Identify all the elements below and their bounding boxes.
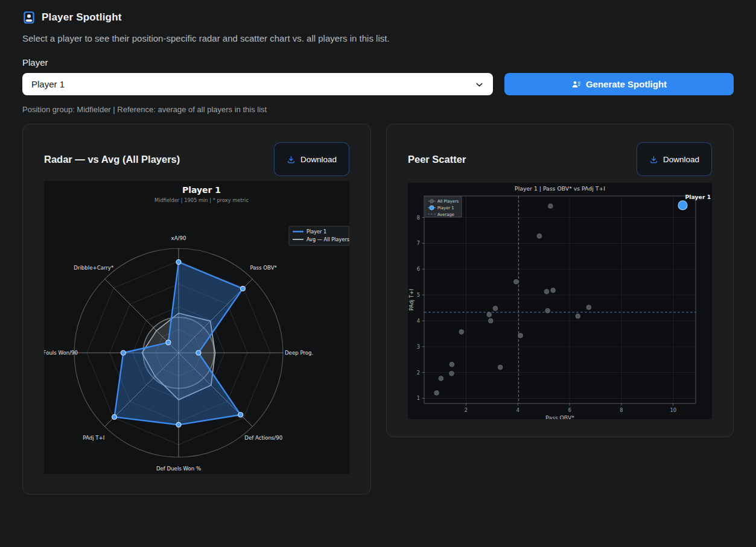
radar-card: Radar — vs Avg (All Players) Download xA… <box>22 124 371 495</box>
player-spotlight-page: Player Spotlight Select a player to see … <box>0 0 756 495</box>
svg-text:Deep Prog.: Deep Prog. <box>285 350 313 356</box>
scatter-chart: 24681012345678Player 1 | Pass OBV* vs PA… <box>408 183 712 419</box>
download-icon <box>649 155 658 164</box>
svg-text:4: 4 <box>516 407 519 413</box>
svg-text:Pass OBV*: Pass OBV* <box>250 265 278 271</box>
svg-text:Pass OBV*: Pass OBV* <box>545 414 574 419</box>
svg-text:xA/90: xA/90 <box>171 235 186 241</box>
download-icon <box>287 155 296 164</box>
svg-text:Midfielder | 1905 min | *: Midfielder | 1905 min | * proxy metric <box>154 197 249 203</box>
svg-text:10: 10 <box>670 407 676 413</box>
page-header: Player Spotlight <box>22 11 734 24</box>
svg-text:4: 4 <box>417 318 420 324</box>
radar-card-title: Radar — vs Avg (All Players) <box>44 154 180 165</box>
generate-spotlight-label: Generate Spotlight <box>586 79 667 89</box>
generate-spotlight-button[interactable]: Generate Spotlight <box>504 73 734 95</box>
svg-text:Player 1 | Pass OBV* vs PA: Player 1 | Pass OBV* vs PAdj T+I <box>515 185 605 192</box>
svg-text:6: 6 <box>417 266 420 272</box>
svg-text:All Players: All Players <box>437 199 459 204</box>
player-field-label: Player <box>22 57 734 68</box>
chevron-down-icon <box>475 80 484 89</box>
person-lines-icon <box>571 80 581 89</box>
radar-chart-svg: xA/90Pass OBV*Deep Prog.Def Actions/90De… <box>44 181 349 474</box>
scatter-chart-svg: 24681012345678Player 1 | Pass OBV* vs PA… <box>408 183 712 419</box>
page-description: Select a player to see their position-sp… <box>22 33 734 43</box>
scatter-card-title: Peer Scatter <box>408 154 466 165</box>
svg-text:8: 8 <box>417 215 420 221</box>
svg-text:PAdj T+I: PAdj T+I <box>408 289 415 311</box>
radar-card-header: Radar — vs Avg (All Players) Download <box>44 142 349 176</box>
position-note: Position group: Midfielder | Reference: … <box>22 105 734 114</box>
svg-text:2: 2 <box>465 407 468 413</box>
svg-text:PAdj T+I: PAdj T+I <box>83 435 104 441</box>
radar-download-label: Download <box>300 155 337 164</box>
svg-text:7: 7 <box>417 240 420 246</box>
radar-download-button[interactable]: Download <box>274 142 349 176</box>
player-select-value: Player 1 <box>31 79 65 89</box>
svg-text:6: 6 <box>568 407 571 413</box>
scatter-download-label: Download <box>663 155 699 164</box>
page-title: Player Spotlight <box>42 11 122 24</box>
svg-text:Def Duels Won %: Def Duels Won % <box>156 466 201 472</box>
radar-chart: xA/90Pass OBV*Deep Prog.Def Actions/90De… <box>44 181 349 474</box>
svg-text:3: 3 <box>417 344 420 350</box>
svg-text:1: 1 <box>417 395 420 401</box>
svg-text:Dribble+Carry*: Dribble+Carry* <box>74 265 114 271</box>
svg-text:Fouls Won/90: Fouls Won/90 <box>44 350 78 356</box>
svg-text:2: 2 <box>417 370 420 376</box>
svg-text:Def Actions/90: Def Actions/90 <box>244 435 282 441</box>
svg-text:Player 1: Player 1 <box>685 194 711 200</box>
svg-text:Player 1: Player 1 <box>182 185 221 195</box>
controls-row: Player 1 Generate Spotlight <box>22 73 734 95</box>
scatter-card: Peer Scatter Download 24681012345678Play… <box>386 124 734 437</box>
scatter-download-button[interactable]: Download <box>637 142 712 176</box>
svg-text:Player 1: Player 1 <box>437 206 454 210</box>
player-select[interactable]: Player 1 <box>22 73 493 95</box>
scatter-card-header: Peer Scatter Download <box>408 142 712 176</box>
cards-row: Radar — vs Avg (All Players) Download xA… <box>22 124 734 495</box>
player-badge-icon <box>22 11 36 24</box>
svg-text:8: 8 <box>620 407 623 413</box>
svg-text:5: 5 <box>417 292 420 298</box>
svg-text:Average: Average <box>437 212 454 217</box>
svg-text:Player 1: Player 1 <box>307 229 326 235</box>
svg-text:Avg — All Players: Avg — All Players <box>307 236 349 242</box>
